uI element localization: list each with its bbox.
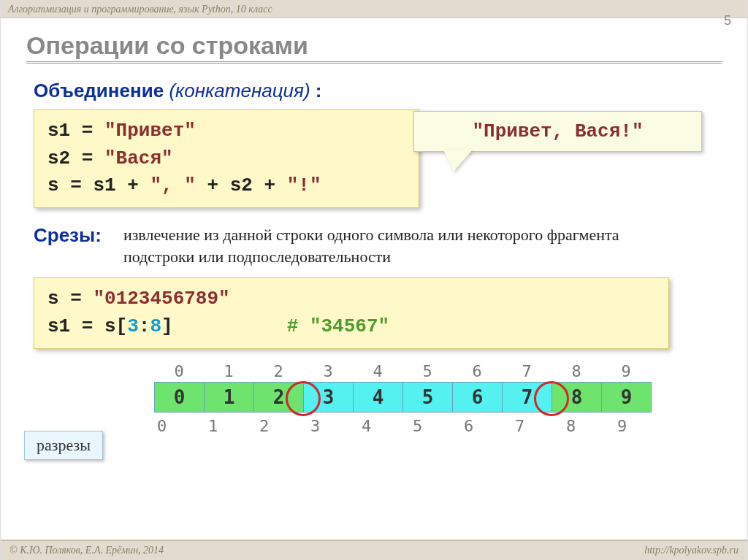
cell: 5 (403, 383, 453, 412)
cell: 8 (552, 383, 602, 412)
cell: 4 (354, 383, 403, 412)
slice-heading-row: Срезы: извлечение из данной строки одног… (34, 224, 718, 267)
concat-colon: : (310, 80, 322, 101)
code-line: s = "0123456789" (47, 285, 655, 313)
concat-label: Объединение (34, 80, 164, 101)
top-indices: 0123456789 (154, 362, 665, 380)
slice-code: s = "0123456789" s1 = s[3:8] # "34567" (34, 277, 669, 348)
index-strip: 0123456789 0 1 2 3 4 5 6 7 8 9 012345678… (154, 362, 665, 435)
code-line: s1 = "Привет" (47, 118, 405, 145)
cell: 2 (254, 383, 304, 412)
bottom-indices: 0123456789 (154, 417, 665, 435)
cells-row: 0 1 2 3 4 5 6 7 8 9 (154, 382, 652, 413)
cell: 3 (304, 383, 354, 412)
concat-paren: (конкатенация) (169, 80, 310, 101)
course-header: Алгоритмизация и программирование, язык … (1, 0, 747, 18)
footer-link: http://kpolyakov.spb.ru (644, 545, 739, 556)
cell: 0 (155, 383, 205, 412)
slide: Алгоритмизация и программирование, язык … (0, 0, 748, 560)
callout-text: "Привет, Вася!" (472, 120, 643, 142)
page-number: 5 (724, 13, 731, 28)
cell: 6 (453, 383, 503, 412)
cell: 1 (205, 383, 254, 412)
footer: © К.Ю. Поляков, Е.А. Ерёмин, 2014 http:/… (1, 540, 747, 560)
slice-desc: извлечение из данной строки одного симво… (123, 224, 657, 267)
slide-title: Операции со строками (26, 31, 722, 64)
concat-heading: Объединение (конкатенация) : (34, 80, 718, 102)
slice-label: Срезы: (34, 224, 102, 247)
code-line: s2 = "Вася" (47, 145, 405, 173)
concat-code: s1 = "Привет" s2 = "Вася" s = s1 + ", " … (34, 110, 419, 208)
code-line: s = s1 + ", " + s2 + "!" (47, 172, 405, 200)
footer-copyright: © К.Ю. Поляков, Е.А. Ерёмин, 2014 (9, 545, 164, 556)
cell: 9 (602, 383, 651, 412)
result-callout: "Привет, Вася!" (413, 111, 702, 152)
code-line: s1 = s[3:8] # "34567" (47, 313, 655, 341)
cut-label: разрезы (24, 431, 103, 460)
cell: 7 (503, 383, 552, 412)
